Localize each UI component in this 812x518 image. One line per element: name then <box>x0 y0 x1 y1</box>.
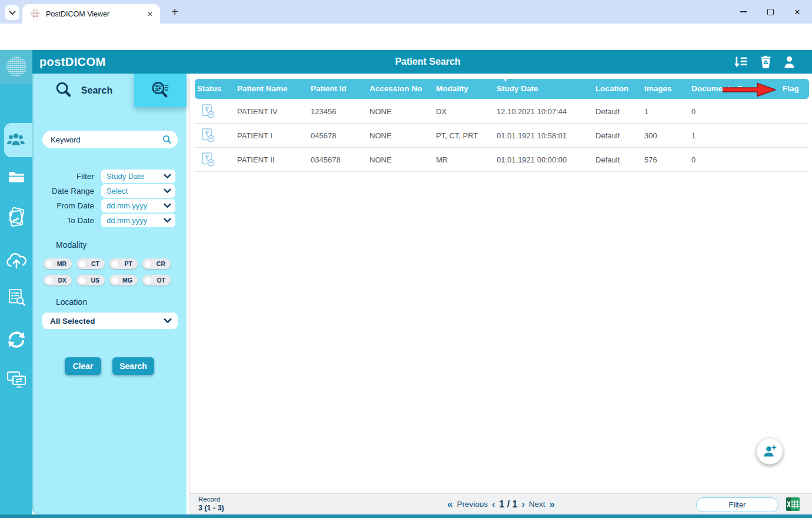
cell-patient-name: PATIENT IV <box>237 99 311 123</box>
tab-close-icon[interactable]: ✕ <box>146 9 154 19</box>
search-icon <box>54 81 74 100</box>
results-footer: Record 3 (1 - 3) « Previous ‹ 1 / 1 › Ne… <box>189 493 812 514</box>
modality-toggle-ct[interactable]: CT <box>76 258 105 269</box>
tab-basic-search[interactable]: Search <box>32 74 134 107</box>
study-status-icon <box>201 152 216 167</box>
keyword-field[interactable] <box>42 131 178 148</box>
table-header: Status Patient Name Patient Id Accession… <box>195 79 809 99</box>
table-row[interactable]: PATIENT IV 123456 NONE DX 12.10.2021 10:… <box>195 99 809 124</box>
sidebar-item-upload cloud-upload-icon[interactable] <box>5 248 28 273</box>
col-images[interactable]: Images <box>644 79 691 99</box>
last-page-icon[interactable]: » <box>550 499 555 509</box>
add-patient-fab[interactable] <box>757 439 783 464</box>
clear-button[interactable]: Clear <box>65 357 101 375</box>
modality-toggle-ot[interactable]: OT <box>142 275 171 285</box>
sidebar-item-folders folder-icon[interactable] <box>8 169 25 184</box>
cell-flag <box>783 148 809 171</box>
chevron-down-icon <box>9 11 16 15</box>
modality-toggle-us[interactable]: US <box>76 275 105 285</box>
prev-page-icon[interactable]: ‹ <box>492 500 495 509</box>
postdicom-logo-icon <box>4 55 29 79</box>
sidebar-item-sync sync-icon[interactable] <box>6 329 26 350</box>
first-page-icon[interactable]: « <box>447 499 452 509</box>
col-modality[interactable]: Modality <box>436 79 497 99</box>
col-study-date[interactable]: ▼Study Date <box>497 79 595 99</box>
modality-toggle-mr[interactable]: MR <box>44 258 72 269</box>
app-logo-badge[interactable] <box>0 50 32 84</box>
cell-patient-id: 0345678 <box>311 148 370 171</box>
cell-images: 576 <box>644 148 691 171</box>
annotation-arrow red-arrow-icon <box>723 82 777 97</box>
modality-toggle-pt[interactable]: PT <box>109 258 138 269</box>
cell-patient-id: 045678 <box>311 124 370 147</box>
toggle-knob <box>78 277 86 284</box>
toggle-knob <box>45 277 53 284</box>
col-accession-no[interactable]: Accession No <box>370 79 436 99</box>
to-date-dropdown[interactable]: dd.mm.yyyy <box>101 214 175 227</box>
excel-export-icon[interactable] <box>786 497 800 512</box>
from-date-label: From Date <box>35 199 94 213</box>
location-value: All Selected <box>50 317 95 326</box>
location-dropdown[interactable]: All Selected <box>42 313 178 329</box>
browser-toolbar: germany.postdicom.com/Viewer/Main Guest … <box>0 24 812 50</box>
table-row[interactable]: PATIENT II 0345678 NONE MR 01.01.1921 00… <box>195 148 809 172</box>
results-area: Status Patient Name Patient Id Accession… <box>189 74 812 493</box>
next-page-icon[interactable]: › <box>521 500 524 509</box>
keyword-input[interactable] <box>42 131 178 148</box>
new-tab-button[interactable]: + <box>167 4 183 20</box>
sidebar-item-studies images-stack-icon[interactable] <box>6 207 26 228</box>
cell-images: 1 <box>644 99 691 123</box>
modality-toggle-cr[interactable]: CR <box>142 258 171 269</box>
sort-download-icon[interactable] <box>734 55 748 69</box>
window-minimize-button[interactable] <box>730 0 757 24</box>
sidebar-item-patient-search patients-icon[interactable] <box>6 131 26 147</box>
trash-recycle-icon[interactable] <box>758 55 773 69</box>
cell-location: Default <box>595 124 644 147</box>
col-flag[interactable]: Flag <box>783 79 809 99</box>
study-status-icon <box>201 128 216 143</box>
filter-button[interactable]: Filter <box>696 497 778 512</box>
tab-basic-search-label: Search <box>81 85 112 96</box>
toggle-knob <box>45 260 53 268</box>
cell-modality: MR <box>436 148 497 171</box>
modality-label: Modality <box>56 240 86 250</box>
from-date-dropdown[interactable]: dd.mm.yyyy <box>101 199 175 212</box>
sidebar-item-share monitors-transfer-icon[interactable] <box>6 370 27 390</box>
window-maximize-button[interactable] <box>757 0 784 24</box>
modality-toggle-mg[interactable]: MG <box>109 275 138 285</box>
next-page-button[interactable]: Next <box>529 500 545 509</box>
favicon-icon <box>30 9 40 19</box>
cell-patient-name: PATIENT I <box>237 124 311 147</box>
col-patient-id[interactable]: Patient Id <box>311 79 370 99</box>
cell-study-date: 01.01.1921 10:58:01 <box>497 124 595 147</box>
date-range-value: Select <box>107 187 128 195</box>
date-range-dropdown[interactable]: Select <box>101 184 175 198</box>
table-row[interactable]: PATIENT I 045678 NONE PT, CT, PRT 01.01.… <box>195 124 809 148</box>
modality-toggle-dx[interactable]: DX <box>44 275 72 285</box>
user-icon[interactable] <box>782 55 797 69</box>
col-patient-name[interactable]: Patient Name <box>237 79 311 99</box>
chevron-down-icon <box>164 203 171 208</box>
toggle-knob <box>144 277 152 284</box>
cell-documents-count: 0 <box>691 148 783 171</box>
date-range-label: Date Range <box>35 184 94 198</box>
toggle-knob <box>111 260 119 268</box>
col-location[interactable]: Location <box>595 79 644 99</box>
search-button[interactable]: Search <box>112 357 154 375</box>
cell-location: Default <box>595 148 644 171</box>
col-status[interactable]: Status <box>197 79 237 99</box>
cell-patient-id: 123456 <box>311 99 370 123</box>
tab-search-chevron-button[interactable] <box>5 5 19 20</box>
keyword-search-icon[interactable] <box>162 135 172 144</box>
tab-advanced-search[interactable] <box>134 74 187 107</box>
sidebar-item-order-search list-search-icon[interactable] <box>8 288 26 307</box>
browser-tab[interactable]: PostDICOM Viewer ✕ <box>22 4 160 24</box>
previous-page-button[interactable]: Previous <box>457 500 488 509</box>
cell-flag <box>783 124 809 147</box>
filter-dropdown[interactable]: Study Date <box>101 170 175 183</box>
chevron-down-icon <box>164 218 171 223</box>
window-close-button[interactable]: ✕ <box>784 0 811 24</box>
add-person-icon <box>762 444 777 459</box>
cell-modality: DX <box>436 99 497 123</box>
toggle-knob <box>111 277 119 284</box>
